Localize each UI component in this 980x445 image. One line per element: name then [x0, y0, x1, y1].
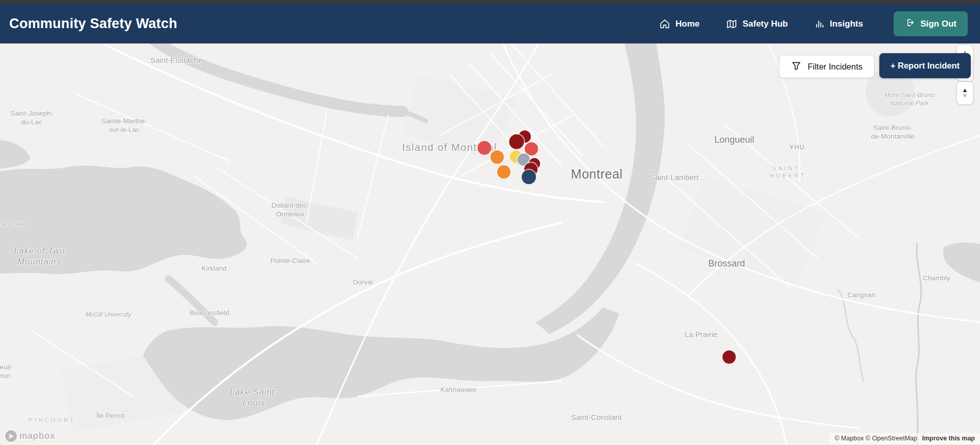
map-place-label: Lake Saint- Louis — [230, 387, 278, 408]
map-place-label: Dorval — [353, 278, 372, 287]
map-place-label: Brossard — [708, 258, 745, 270]
app-header: Community Safety Watch Home Safety Hub I… — [0, 4, 980, 43]
map-place-label: La Prairie — [685, 330, 717, 340]
filter-incidents-button[interactable]: Filter Incidents — [779, 55, 874, 78]
map-place-label: Île Perrot — [97, 412, 125, 420]
sign-out-label: Sign Out — [920, 19, 956, 29]
main-nav: Home Safety Hub Insights Sign Out — [659, 11, 968, 36]
incident-marker-darkred[interactable] — [722, 350, 736, 364]
map-place-label: Saint-Joseph- du-Lac — [10, 109, 53, 127]
map-place-label: Pointe-Claire — [270, 257, 310, 265]
sign-out-button[interactable]: Sign Out — [894, 11, 968, 36]
report-incident-button[interactable]: + Report Incident — [879, 53, 971, 78]
sign-out-icon — [905, 17, 915, 30]
nav-label: Insights — [830, 19, 863, 29]
filter-funnel-icon — [791, 60, 802, 73]
incident-marker-orange[interactable] — [497, 165, 510, 179]
map-place-label: Chambly — [923, 274, 950, 283]
incident-marker-navy[interactable] — [522, 170, 536, 184]
map-place-label: Sainte-Marthe- sur-le-Lac — [101, 117, 147, 135]
compass-control[interactable]: ▲ ▼ — [957, 82, 973, 104]
map-icon — [726, 18, 737, 30]
map-place-label: reuil- rion — [0, 363, 13, 381]
incident-marker-red[interactable] — [525, 142, 538, 155]
map-place-label: Saint-Constant — [571, 413, 621, 422]
map-place-label: McGill University — [85, 311, 131, 319]
map-place-label: Saint-Eustache — [150, 56, 202, 65]
bar-chart-icon — [814, 19, 825, 29]
page-title: Community Safety Watch — [9, 16, 177, 32]
nav-item-home[interactable]: Home — [659, 18, 699, 30]
nav-item-safety-hub[interactable]: Safety Hub — [726, 18, 788, 30]
incident-marker-red[interactable] — [478, 141, 492, 155]
map-place-label: Longueuil — [714, 134, 754, 146]
map-attribution: © Mapbox © OpenStreetMap Improve this ma… — [829, 433, 980, 444]
home-icon — [659, 18, 670, 30]
map-place-label: Kahnawake — [440, 386, 477, 394]
map-place-label: PINCOURT — [29, 416, 76, 424]
mapbox-logo[interactable]: ➤ mapbox — [5, 430, 55, 442]
map-place-label: YHU — [789, 144, 804, 152]
map-place-label: Mont-Saint-Bruno National Park — [884, 92, 935, 107]
map-place-label: Saint-Lambert — [650, 173, 698, 183]
map-place-label: Dollard-des- Ormeaux — [271, 202, 309, 219]
report-incident-label: + Report Incident — [891, 61, 960, 71]
filter-incidents-label: Filter Incidents — [808, 62, 862, 72]
map-place-label: SAINT- HUBERT — [769, 165, 806, 180]
mapbox-copyright-link[interactable]: © Mapbox — [834, 435, 864, 442]
nav-label: Safety Hub — [742, 19, 788, 29]
map-place-label: Kirkland — [202, 264, 227, 273]
map-canvas[interactable]: Saint-EustacheSaint-Joseph- du-LacSainte… — [0, 43, 980, 445]
map-place-label: Lake of Two Mountains — [14, 246, 65, 266]
improve-map-link[interactable]: Improve this map — [922, 435, 975, 442]
map-place-label: al d'Oka — [2, 220, 24, 228]
top-strip — [0, 0, 980, 4]
map-basemap — [0, 43, 980, 445]
map-place-label: Montreal — [571, 166, 622, 182]
map-place-label: Carignan — [848, 291, 876, 300]
compass-down-icon: ▼ — [962, 93, 968, 99]
mapbox-pin-icon: ➤ — [5, 430, 17, 442]
incident-marker-orange[interactable] — [491, 150, 504, 164]
nav-item-insights[interactable]: Insights — [814, 19, 863, 29]
nav-label: Home — [675, 19, 699, 29]
osm-copyright-link[interactable]: © OpenStreetMap — [866, 435, 917, 442]
incident-marker-darkred[interactable] — [509, 135, 524, 149]
map-place-label: Saint-Bruno- de-Montarville — [871, 124, 915, 141]
map-place-label: Beaconsfield — [190, 309, 229, 318]
mapbox-wordmark: mapbox — [19, 431, 55, 441]
